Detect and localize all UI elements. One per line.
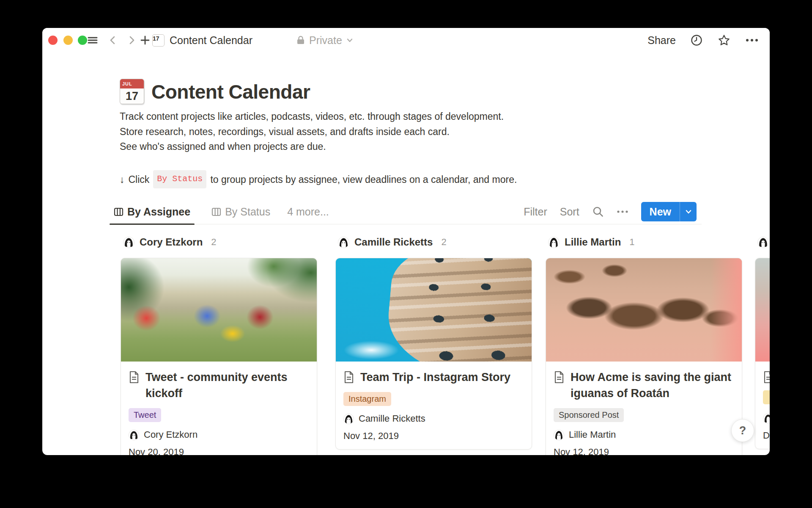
lock-icon	[296, 35, 305, 45]
page-title: Content Calendar	[151, 80, 310, 103]
board-column-cory-etzkorn: Cory Etzkorn 2 Tweet - community events …	[121, 235, 317, 455]
more-options-icon[interactable]	[745, 38, 759, 43]
new-button[interactable]: New	[641, 202, 680, 221]
column-card-count: 2	[441, 237, 446, 248]
inline-code-by-status: By Status	[153, 170, 206, 188]
view-bar: By Assignee By Status 4 more... Filter S…	[110, 199, 702, 224]
privacy-dropdown[interactable]: Private	[296, 33, 354, 47]
back-icon[interactable]	[107, 34, 119, 47]
help-button[interactable]: ?	[731, 419, 754, 442]
more-views-button[interactable]: 4 more...	[287, 206, 329, 218]
avatar	[548, 237, 560, 248]
hint-line: ↓ Click By Status to group projects by a…	[120, 170, 669, 188]
card-assignee	[763, 413, 770, 424]
column-header: Camille Ricketts 2	[335, 235, 532, 249]
chevron-down-icon	[346, 36, 354, 44]
card-assignee-name: Lillie Martin	[569, 429, 616, 440]
forward-icon[interactable]	[125, 34, 138, 47]
tag-instagram: Instagram	[343, 392, 391, 406]
app-window: 17 Content Calendar Private Share	[42, 28, 770, 455]
tag-sponsored-post: Sponsored Post	[554, 408, 624, 422]
board-column-partial: D	[755, 235, 770, 449]
new-dropdown-chevron-icon[interactable]	[680, 202, 697, 221]
column-header: Lillie Martin 1	[546, 235, 742, 249]
hint-suffix: to group projects by assignee, view dead…	[210, 172, 517, 187]
sort-button[interactable]: Sort	[560, 206, 579, 218]
calendar-page-icon: 17	[152, 34, 165, 47]
board-view-icon	[211, 207, 221, 217]
avatar	[763, 413, 770, 424]
desktop-background: 17 Content Calendar Private Share	[0, 0, 812, 508]
avatar	[129, 430, 139, 440]
column-header: Cory Etzkorn 2	[121, 235, 317, 249]
card-partial[interactable]: D	[755, 258, 770, 449]
description-line: Track content projects like articles, po…	[120, 109, 627, 124]
titlebar: 17 Content Calendar Private Share	[42, 28, 770, 52]
view-options-icon[interactable]	[617, 210, 628, 214]
privacy-label: Private	[309, 34, 342, 47]
tab-label: By Assignee	[127, 206, 190, 218]
card-cover-image	[336, 258, 532, 362]
card-title: Team Trip - Instagram Story	[360, 369, 510, 385]
close-window-button[interactable]	[48, 36, 58, 45]
card-date: Nov 20, 2019	[129, 447, 309, 455]
card-title: Tweet - community events kickoff	[145, 369, 309, 401]
page-doc-icon	[343, 371, 354, 384]
column-card-count: 2	[211, 237, 216, 248]
favorite-star-icon[interactable]	[717, 33, 731, 47]
column-assignee-name: Cory Etzkorn	[140, 236, 203, 248]
avatar	[343, 414, 354, 424]
search-icon[interactable]	[592, 206, 604, 218]
new-split-button: New	[641, 202, 697, 221]
down-arrow-glyph: ↓	[120, 172, 125, 187]
column-assignee-name: Lillie Martin	[565, 236, 621, 248]
hint-prefix: Click	[129, 172, 150, 187]
board-view-icon	[114, 207, 123, 217]
card-date: D	[763, 430, 770, 441]
minimize-window-button[interactable]	[63, 36, 73, 45]
page-doc-icon	[554, 371, 565, 384]
card-assignee-name: Cory Etzkorn	[144, 429, 198, 440]
card-assignee: Cory Etzkorn	[129, 429, 309, 440]
view-controls: Filter Sort New	[524, 199, 697, 224]
tag-tweet: Tweet	[129, 408, 161, 422]
card-cover-image	[546, 258, 742, 362]
page-icon-month: JUL	[120, 79, 144, 88]
card-cover-image	[121, 258, 317, 362]
share-button[interactable]: Share	[647, 34, 676, 47]
card-acme-iguanas[interactable]: How Acme is saving the giant iguanas of …	[546, 258, 742, 455]
titlebar-actions: Share	[647, 32, 759, 48]
tag-partial	[763, 390, 770, 404]
new-tab-icon[interactable]	[139, 34, 151, 47]
page-doc-icon	[129, 371, 140, 384]
page-icon-day: 17	[120, 88, 144, 104]
avatar	[123, 237, 134, 248]
column-header	[755, 235, 770, 249]
card-cover-image	[755, 258, 770, 362]
card-assignee: Camille Ricketts	[343, 413, 524, 424]
page-description: Track content projects like articles, po…	[120, 109, 627, 155]
avatar	[757, 237, 769, 248]
card-team-trip-instagram-story[interactable]: Team Trip - Instagram Story Instagram Ca…	[335, 258, 532, 450]
card-tweet-community-events[interactable]: Tweet - community events kickoff Tweet C…	[121, 258, 317, 455]
column-assignee-name: Camille Ricketts	[354, 236, 433, 248]
avatar	[554, 430, 564, 440]
page-doc-icon	[763, 371, 770, 384]
tab-label: By Status	[225, 206, 270, 218]
tab-by-status[interactable]: By Status	[207, 199, 274, 224]
zoom-window-button[interactable]	[78, 36, 87, 45]
description-line: Store research, notes, recordings, visua…	[120, 124, 627, 140]
breadcrumb-title: Content Calendar	[170, 34, 252, 47]
page-icon-calendar[interactable]: JUL 17	[120, 79, 144, 104]
description-line: See who's assigned and when projects are…	[120, 139, 627, 155]
board-column-lillie-martin: Lillie Martin 1 How Acme is saving the g…	[546, 235, 742, 455]
column-card-count: 1	[629, 237, 634, 248]
card-date: Nov 12, 2019	[343, 431, 524, 442]
tab-by-assignee[interactable]: By Assignee	[110, 199, 195, 224]
card-date: Nov 12, 2019	[554, 447, 734, 455]
avatar	[338, 237, 349, 248]
sidebar-menu-icon[interactable]	[86, 34, 99, 47]
breadcrumb[interactable]: 17 Content Calendar	[152, 33, 252, 47]
filter-button[interactable]: Filter	[524, 206, 547, 218]
updates-clock-icon[interactable]	[690, 34, 703, 47]
